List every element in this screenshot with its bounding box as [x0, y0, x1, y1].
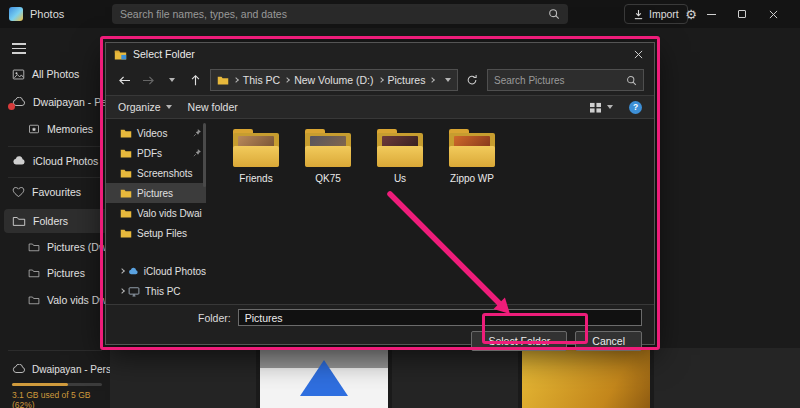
tree-label: Screenshots [137, 168, 193, 179]
tree-label: Valo vids Dwai [137, 208, 202, 219]
address-bar[interactable]: This PC New Volume (D:) Pictures [210, 69, 458, 91]
dialog-nav-bar: This PC New Volume (D:) Pictures [106, 65, 654, 95]
sidebar-item-pictures[interactable]: Pictures [0, 261, 110, 285]
folder-item-us[interactable]: Us [372, 129, 428, 184]
new-folder-button[interactable]: New folder [188, 101, 238, 113]
forward-button[interactable] [139, 71, 156, 89]
sidebar-separator [8, 350, 102, 351]
global-search-input[interactable] [120, 8, 548, 20]
refresh-button[interactable] [464, 71, 481, 89]
folder-item-qk75[interactable]: QK75 [300, 129, 356, 184]
maximize-button[interactable] [727, 0, 757, 28]
dialog-search-box[interactable] [487, 69, 644, 91]
breadcrumb-this-pc[interactable]: This PC [243, 74, 280, 86]
photos-app-icon [9, 7, 23, 21]
icloud-icon [128, 267, 139, 276]
new-folder-label: New folder [188, 101, 238, 113]
memories-icon [28, 123, 40, 135]
import-button[interactable]: Import [624, 4, 688, 24]
folder-field-label: Folder: [198, 312, 231, 324]
close-button[interactable] [758, 0, 788, 28]
folder-name: Us [372, 173, 428, 184]
folder-icon [120, 188, 132, 198]
sidebar-item-favourites[interactable]: Favourites [0, 180, 110, 204]
folder-thumbnail-icon [447, 129, 497, 169]
sidebar-item-valo-vids[interactable]: Valo vids Dwai [0, 288, 110, 312]
tree-item-screenshots[interactable]: Screenshots [106, 163, 206, 183]
cancel-button[interactable]: Cancel [575, 331, 642, 351]
chevron-right-icon [378, 77, 384, 83]
sidebar-item-all-photos[interactable]: All Photos [0, 62, 110, 86]
tree-label: Pictures [137, 188, 173, 199]
app-title: Photos [30, 8, 64, 20]
sidebar-item-onedrive[interactable]: Dwaipayan - Personal [0, 90, 110, 114]
photo-grid [110, 348, 800, 408]
hamburger-menu-icon[interactable] [12, 40, 26, 57]
folder-icon [120, 168, 132, 178]
dialog-title: Select Folder [133, 48, 195, 60]
dialog-close-button[interactable] [622, 43, 654, 65]
tree-item-valo-vids[interactable]: Valo vids Dwai [106, 203, 206, 223]
folder-icon [120, 128, 132, 138]
expand-chevron-icon[interactable] [119, 268, 125, 274]
up-button[interactable] [186, 71, 203, 89]
folder-name-input[interactable] [238, 309, 642, 326]
chevron-right-icon [233, 77, 239, 83]
breadcrumb-pictures[interactable]: Pictures [388, 74, 426, 86]
folder-icon [28, 295, 40, 305]
chevron-right-icon [430, 77, 436, 83]
tree-item-setup-files[interactable]: Setup Files [106, 223, 206, 243]
account-storage-item[interactable]: Dwaipayan - Personal [0, 358, 110, 380]
sidebar-item-pictures-dwai[interactable]: Pictures (Dwai [0, 235, 110, 259]
tree-item-icloud-photos[interactable]: iCloud Photos [106, 261, 206, 281]
view-mode-button[interactable] [589, 102, 613, 113]
tree-label: Videos [137, 128, 167, 139]
sidebar-label: Memories [47, 123, 93, 135]
sidebar-separator [8, 177, 102, 178]
tree-item-this-pc[interactable]: This PC [106, 281, 206, 301]
folder-name: Friends [228, 173, 284, 184]
storage-usage-text: 3.1 GB used of 5 GB (62%) [12, 390, 110, 408]
photo-thumbnail[interactable] [260, 348, 388, 408]
folder-icon [120, 148, 132, 158]
blue-triangle-image [300, 360, 348, 396]
folder-name: QK75 [300, 173, 356, 184]
caret-down-icon [607, 105, 613, 109]
photo-thumbnail[interactable] [522, 348, 650, 408]
photo-thumbnail[interactable] [392, 348, 518, 408]
monitor-icon [128, 286, 140, 297]
tree-item-pdfs[interactable]: PDFs [106, 143, 206, 163]
pin-icon [193, 149, 201, 157]
back-button[interactable] [116, 71, 133, 89]
recent-locations-dropdown[interactable] [163, 71, 180, 89]
close-icon [769, 10, 778, 19]
folder-item-zippo-wp[interactable]: Zippo WP [444, 129, 500, 184]
select-folder-button[interactable]: Select Folder [471, 331, 567, 351]
breadcrumb-new-volume[interactable]: New Volume (D:) [294, 74, 373, 86]
sidebar-label: Valo vids Dwai [47, 294, 110, 306]
dialog-search-input[interactable] [494, 75, 626, 86]
tree-scrollbar[interactable] [203, 123, 206, 187]
import-icon [633, 9, 644, 20]
select-folder-dialog: Select Folder This PC New Volume (D:) Pi… [105, 42, 655, 345]
photo-thumbnail[interactable] [654, 348, 800, 408]
folder-thumbnail-icon [303, 129, 353, 169]
global-search[interactable] [112, 4, 568, 24]
sidebar-label: Favourites [32, 186, 81, 198]
minimize-button[interactable] [696, 0, 726, 28]
sidebar-item-folders[interactable]: Folders [4, 209, 108, 233]
dialog-titlebar: Select Folder [106, 43, 654, 65]
organize-menu[interactable]: Organize [118, 101, 172, 113]
tree-item-videos[interactable]: Videos [106, 123, 206, 143]
tree-item-pictures[interactable]: Pictures [106, 183, 206, 203]
dialog-folder-icon [114, 49, 127, 60]
sidebar-item-icloud[interactable]: iCloud Photos [0, 149, 110, 173]
address-dropdown-icon[interactable] [445, 78, 451, 82]
help-button[interactable]: ? [629, 101, 642, 114]
expand-chevron-icon[interactable] [119, 288, 125, 294]
search-icon [548, 8, 560, 20]
folder-item-friends[interactable]: Friends [228, 129, 284, 184]
sidebar-item-memories[interactable]: Memories [0, 117, 110, 141]
heart-icon [12, 186, 25, 198]
photo-thumbnail[interactable] [110, 348, 256, 408]
